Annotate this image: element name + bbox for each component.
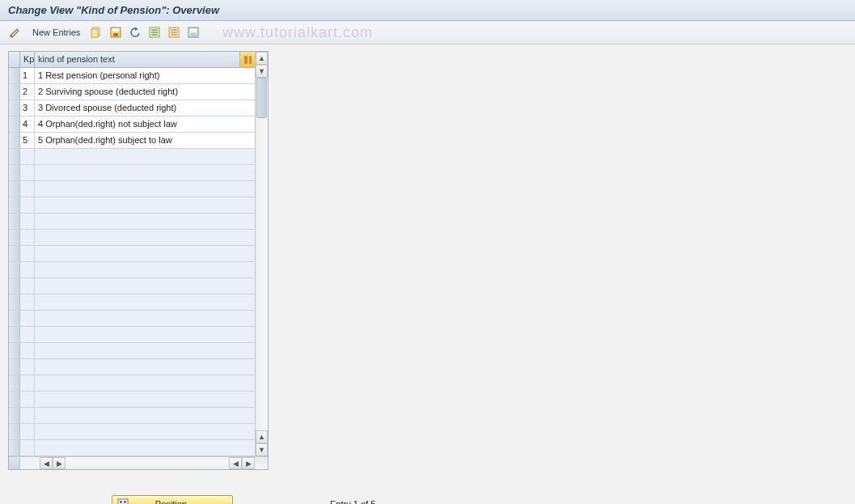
cell-text[interactable]: [35, 246, 255, 262]
cell-kp[interactable]: [20, 359, 35, 375]
table-settings-icon[interactable]: [240, 52, 255, 67]
row-selector[interactable]: [9, 392, 20, 408]
cell-text[interactable]: [35, 149, 255, 165]
deselect-all-icon[interactable]: [166, 24, 182, 40]
row-selector[interactable]: [9, 311, 20, 327]
cell-kp[interactable]: [20, 197, 35, 214]
table-row-empty[interactable]: [9, 149, 255, 165]
cell-kp[interactable]: [20, 294, 35, 311]
save-icon[interactable]: [108, 24, 124, 40]
vertical-scrollbar[interactable]: ▲ ▼ ▲ ▼: [255, 52, 268, 456]
cell-kp[interactable]: [20, 408, 35, 424]
cell-text[interactable]: [35, 440, 255, 456]
table-row[interactable]: 44 Orphan(ded.right) not subject law: [9, 116, 255, 133]
row-selector[interactable]: [9, 359, 20, 375]
row-selector[interactable]: [9, 327, 20, 343]
cell-text[interactable]: [35, 262, 255, 278]
cell-text[interactable]: [35, 197, 255, 214]
table-row-empty[interactable]: [9, 327, 255, 343]
scroll-track[interactable]: [256, 78, 268, 430]
cell-kp[interactable]: [20, 327, 35, 343]
table-row-empty[interactable]: [9, 214, 255, 230]
row-selector[interactable]: [9, 133, 20, 149]
cell-text[interactable]: [35, 327, 255, 343]
row-selector[interactable]: [9, 278, 20, 294]
cell-text[interactable]: [35, 278, 255, 294]
row-selector[interactable]: [9, 375, 20, 392]
cell-text[interactable]: [35, 214, 255, 230]
cell-kp[interactable]: [20, 230, 35, 246]
cell-text[interactable]: [35, 343, 255, 359]
position-button[interactable]: Position...: [112, 495, 233, 504]
scroll-up-step-icon[interactable]: ▲: [256, 430, 268, 443]
cell-kp[interactable]: [20, 392, 35, 408]
header-selector[interactable]: [9, 52, 20, 67]
undo-icon[interactable]: [127, 24, 143, 40]
cell-text[interactable]: 2 Surviving spouse (deducted right): [35, 84, 255, 100]
table-row-empty[interactable]: [9, 181, 255, 197]
cell-kp[interactable]: [20, 246, 35, 262]
cell-text[interactable]: [35, 359, 255, 375]
cell-kp[interactable]: [20, 165, 35, 181]
header-text[interactable]: kind of pension text: [35, 52, 240, 67]
row-selector[interactable]: [9, 100, 20, 116]
row-selector[interactable]: [9, 246, 20, 262]
new-entries-button[interactable]: New Entries: [28, 24, 85, 40]
table-row[interactable]: 22 Surviving spouse (deducted right): [9, 84, 255, 100]
cell-kp[interactable]: 4: [20, 116, 35, 133]
cell-text[interactable]: [35, 424, 255, 440]
cell-kp[interactable]: 3: [20, 100, 35, 116]
cell-text[interactable]: [35, 408, 255, 424]
row-selector[interactable]: [9, 84, 20, 100]
toggle-edit-icon[interactable]: [6, 24, 24, 40]
cell-kp[interactable]: [20, 375, 35, 392]
table-row-empty[interactable]: [9, 359, 255, 375]
table-row-empty[interactable]: [9, 343, 255, 359]
select-all-icon[interactable]: [146, 24, 163, 40]
table-row-empty[interactable]: [9, 440, 255, 456]
cell-text[interactable]: [35, 294, 255, 311]
cell-kp[interactable]: [20, 311, 35, 327]
scroll-down-step-icon[interactable]: ▼: [256, 65, 268, 78]
table-row[interactable]: 55 Orphan(ded.right) subject to law: [9, 133, 255, 149]
scroll-thumb[interactable]: [256, 78, 267, 118]
cell-kp[interactable]: 1: [20, 68, 35, 84]
cell-text[interactable]: [35, 230, 255, 246]
table-row[interactable]: 11 Rest pension (personal right): [9, 68, 255, 84]
cell-text[interactable]: [35, 311, 255, 327]
row-selector[interactable]: [9, 165, 20, 181]
cell-text[interactable]: [35, 165, 255, 181]
cell-kp[interactable]: [20, 278, 35, 294]
table-row-empty[interactable]: [9, 392, 255, 408]
cell-kp[interactable]: [20, 181, 35, 197]
row-selector[interactable]: [9, 343, 20, 359]
table-row-empty[interactable]: [9, 197, 255, 214]
scroll-right-step-icon[interactable]: ▶: [53, 457, 66, 469]
row-selector[interactable]: [9, 230, 20, 246]
table-row-empty[interactable]: [9, 246, 255, 262]
table-row-empty[interactable]: [9, 278, 255, 294]
scroll-down-icon[interactable]: ▼: [256, 443, 268, 456]
table-row-empty[interactable]: [9, 165, 255, 181]
cell-kp[interactable]: [20, 343, 35, 359]
cell-text[interactable]: 1 Rest pension (personal right): [35, 68, 255, 84]
scroll-up-icon[interactable]: ▲: [256, 52, 268, 65]
cell-kp[interactable]: 2: [20, 84, 35, 100]
cell-kp[interactable]: [20, 149, 35, 165]
table-row-empty[interactable]: [9, 230, 255, 246]
table-row-empty[interactable]: [9, 375, 255, 392]
scroll-left-step-icon[interactable]: ◀: [229, 457, 242, 469]
hscroll-track[interactable]: [66, 457, 229, 469]
cell-text[interactable]: [35, 181, 255, 197]
cell-text[interactable]: 5 Orphan(ded.right) subject to law: [35, 133, 255, 149]
row-selector[interactable]: [9, 424, 20, 440]
scroll-left-icon[interactable]: ◀: [40, 457, 53, 469]
cell-text[interactable]: [35, 392, 255, 408]
table-row-empty[interactable]: [9, 294, 255, 311]
row-selector[interactable]: [9, 408, 20, 424]
row-selector[interactable]: [9, 197, 20, 214]
table-row-empty[interactable]: [9, 424, 255, 440]
row-selector[interactable]: [9, 68, 20, 84]
row-selector[interactable]: [9, 440, 20, 456]
row-selector[interactable]: [9, 116, 20, 133]
